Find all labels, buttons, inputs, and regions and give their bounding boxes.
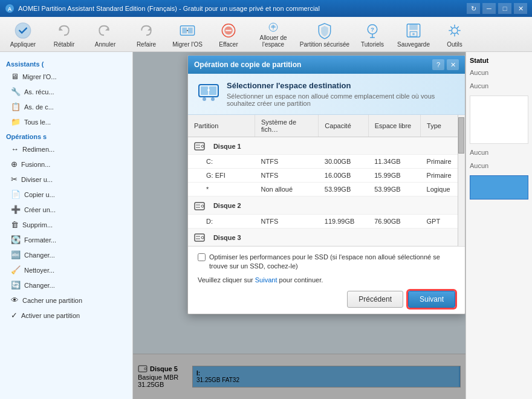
toolbar-refaire[interactable]: Refaire <box>126 18 167 51</box>
partition-securisee-label: Partition sécurisée <box>300 41 349 48</box>
table-row[interactable]: * Non alloué 53.99GB 53.99GB Logique <box>188 183 465 196</box>
retablir-icon <box>54 21 74 40</box>
cell-capacity: 119.99GB <box>319 214 368 228</box>
status-graph-area <box>470 96 528 144</box>
toolbar-annuler[interactable]: Annuler <box>85 18 126 51</box>
toolbar-effacer[interactable]: Effacer <box>208 18 249 51</box>
minimize-btn[interactable]: ─ <box>482 3 496 14</box>
sidebar-item-changer2[interactable]: 🔄 Changer... <box>0 277 132 293</box>
svg-point-30 <box>201 145 204 148</box>
outils-label: Outils <box>447 41 462 48</box>
svg-marker-5 <box>148 27 151 30</box>
modal-title-controls: ? ✕ <box>432 59 459 70</box>
sidebar-section-assistants: Assistants ( <box>0 57 132 69</box>
modal-header-description: Sélectionner un espace non alloué comme … <box>227 92 455 107</box>
toolbar-sauvegarde[interactable]: Sauvegarde <box>393 18 434 51</box>
svg-rect-33 <box>195 203 204 210</box>
toolbar-appliquer[interactable]: Appliquer <box>2 18 44 51</box>
status-label-4: Aucun <box>470 162 528 169</box>
precedent-button[interactable]: Précédent <box>347 291 403 308</box>
col-filesystem: Système de fich… <box>255 115 319 137</box>
cell-capacity: 53.99GB <box>319 183 368 196</box>
appliquer-icon <box>13 21 33 40</box>
table-scrollbar-thumb[interactable] <box>458 117 464 154</box>
toolbar-migrer[interactable]: Migrer l'OS <box>167 18 208 51</box>
effacer-label: Effacer <box>219 41 238 48</box>
svg-point-22 <box>412 33 415 35</box>
modal-close-btn[interactable]: ✕ <box>447 59 459 70</box>
table-row[interactable]: D: NTFS 119.99GB 76.90GB GPT <box>188 214 465 228</box>
title-bar: A AOMEI Partition Assistant Standard Edi… <box>0 0 532 17</box>
content-area: Opération de copie de partition ? ✕ <box>133 52 465 399</box>
modal-help-btn[interactable]: ? <box>432 59 444 70</box>
status-label-1: Aucun <box>470 69 528 76</box>
toolbar-tutoriels[interactable]: ? Tutoriels <box>352 18 393 51</box>
col-free: Espace libre <box>368 115 420 137</box>
cell-capacity: 30.00GB <box>319 155 368 169</box>
suivant-link[interactable]: Suivant <box>255 276 277 284</box>
sidebar-item-cacher[interactable]: 👁 Cacher une partition <box>0 293 132 308</box>
allouer-icon <box>264 21 283 33</box>
partition-securisee-icon <box>315 21 334 40</box>
disk-3-icon <box>194 232 210 242</box>
creer-icon: ➕ <box>11 205 21 214</box>
svg-text:?: ? <box>371 26 374 33</box>
table-row[interactable]: G: EFI NTFS 16.00GB 15.99GB Primaire <box>188 169 465 183</box>
changer-icon: 🔤 <box>11 250 21 259</box>
window-controls: ↻ ─ □ ✕ <box>467 3 527 14</box>
suivant-button[interactable]: Suivant <box>408 291 455 308</box>
disk-2-icon <box>194 200 210 210</box>
status-label-3: Aucun <box>470 149 528 156</box>
migrer-icon <box>178 21 197 40</box>
migrer-sidebar-icon: 🖥 <box>11 72 19 81</box>
table-scrollbar[interactable] <box>458 115 465 246</box>
toolbar-allouer[interactable]: Allouer de l'espace <box>249 18 297 51</box>
modal-header-text: Sélectionner l'espace destination Sélect… <box>227 81 455 107</box>
diviser-icon: ✂ <box>11 175 18 184</box>
sidebar-item-asde[interactable]: 📋 As. de c... <box>0 99 132 114</box>
cell-filesystem: NTFS <box>255 169 319 183</box>
main-area: Assistants ( 🖥 Migrer l'O... 🔧 As. récu.… <box>0 52 532 399</box>
sidebar-item-migrer[interactable]: 🖥 Migrer l'O... <box>0 69 132 84</box>
app-icon: A <box>5 4 15 13</box>
ssd-optimize-checkbox[interactable] <box>198 253 206 261</box>
modal-table: Partition Système de fich… Capacité Espa… <box>188 115 465 246</box>
sidebar-item-changer[interactable]: 🔤 Changer... <box>0 247 132 262</box>
toolbar-outils[interactable]: Outils <box>434 18 475 51</box>
sidebar-item-fusionner[interactable]: ⊕ Fusionn... <box>0 157 132 172</box>
sidebar-item-nettoyer[interactable]: 🧹 Nettoyer... <box>0 262 132 277</box>
sidebar-item-tous[interactable]: 📁 Tous le... <box>0 114 132 129</box>
annuler-icon <box>96 21 115 40</box>
modal-title-bar: Opération de copie de partition ? ✕ <box>188 56 465 74</box>
supprimer-icon: 🗑 <box>11 220 19 229</box>
sidebar-item-supprimer[interactable]: 🗑 Supprim... <box>0 217 132 232</box>
close-btn[interactable]: ✕ <box>514 3 527 14</box>
recuperer-icon: 🔧 <box>11 87 21 96</box>
ssd-optimize-label: Optimiser les performances pour le SSD (… <box>209 253 455 271</box>
asde-icon: 📋 <box>11 102 21 111</box>
sidebar-item-formater[interactable]: 💽 Formater... <box>0 232 132 247</box>
sidebar-item-creer[interactable]: ➕ Créer un... <box>0 202 132 217</box>
svg-rect-20 <box>409 24 418 30</box>
modal-table-area[interactable]: Partition Système de fich… Capacité Espa… <box>188 115 465 247</box>
disk-1-row: Disque 1 <box>188 137 465 155</box>
sidebar-item-copier[interactable]: 📄 Copier u... <box>0 187 132 202</box>
sidebar-item-activer[interactable]: ✓ Activer une partition <box>0 308 132 323</box>
cell-partition: * <box>188 183 255 196</box>
disk-3-row: Disque 3 <box>188 228 465 245</box>
sidebar-item-recuperer[interactable]: 🔧 As. récu... <box>0 84 132 99</box>
sidebar-item-diviser[interactable]: ✂ Diviser u... <box>0 172 132 187</box>
sidebar-item-redimensionner[interactable]: ↔ Redimen... <box>0 141 132 157</box>
sidebar-section-operations: Opérations s <box>0 129 132 141</box>
disk-1-label: Disque 1 <box>213 143 241 150</box>
maximize-btn[interactable]: □ <box>498 3 511 14</box>
nettoyer-icon: 🧹 <box>11 265 21 274</box>
sauvegarde-label: Sauvegarde <box>397 41 430 48</box>
tutoriels-icon: ? <box>363 21 382 40</box>
table-row[interactable]: C: NTFS 30.00GB 11.34GB Primaire <box>188 155 465 169</box>
cell-filesystem: NTFS <box>255 214 319 228</box>
status-label-2: Aucun <box>470 82 528 89</box>
refresh-btn[interactable]: ↻ <box>467 3 480 14</box>
toolbar-partition-securisee[interactable]: Partition sécurisée <box>297 18 352 51</box>
toolbar-retablir[interactable]: Rétablir <box>44 18 85 51</box>
